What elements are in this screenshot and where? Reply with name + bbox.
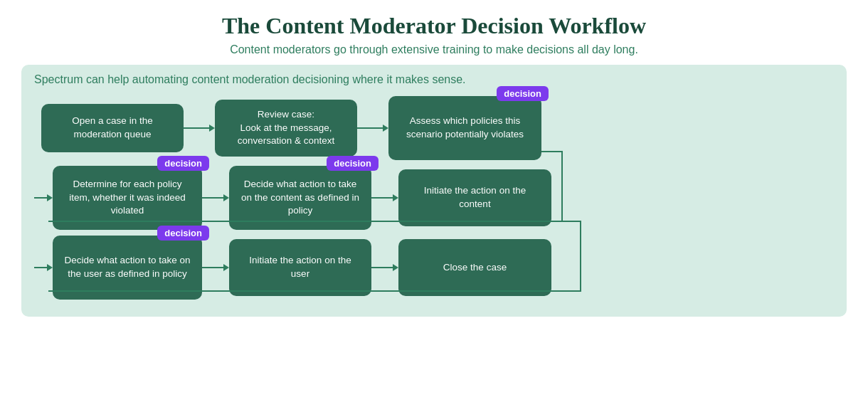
node-open-case: Open a case in the moderation queue xyxy=(41,104,184,152)
decision-badge-determine: decision xyxy=(157,156,209,171)
left-arrow-row3 xyxy=(34,264,53,271)
left-line-row2 xyxy=(34,197,47,199)
node-decide-user: Decide what action to take on the user a… xyxy=(53,236,202,300)
decision-badge-content: decision xyxy=(327,156,379,171)
arrow-2-3 xyxy=(357,125,388,132)
node-determine-policy: Determine for each policy item, whether … xyxy=(53,166,202,230)
left-arrowhead-row2 xyxy=(47,194,53,201)
page-title: The Content Moderator Decision Workflow xyxy=(21,13,847,39)
workflow-row-1: Open a case in the moderation queue Revi… xyxy=(34,96,834,160)
node-wrapper-initiate-user: Initiate the action on the user xyxy=(229,239,371,296)
workflow-row-2: decision Determine for each policy item,… xyxy=(34,166,834,230)
node-review-case: Review case:Look at the message,conversa… xyxy=(215,100,357,157)
spectrum-box: Spectrum can help automating content mod… xyxy=(21,65,847,317)
node-initiate-content: Initiate the action on the content xyxy=(398,169,551,226)
node-wrapper-initiate-content: Initiate the action on the content xyxy=(398,169,551,226)
node-wrapper-review-case: Review case:Look at the message,conversa… xyxy=(215,100,357,157)
node-wrapper-assess-policies: decision Assess which policies this scen… xyxy=(388,96,541,160)
node-wrapper-decide-user: decision Decide what action to take on t… xyxy=(53,236,202,300)
spectrum-label: Spectrum can help automating content mod… xyxy=(34,73,834,86)
node-assess-policies: Assess which policies this scenario pote… xyxy=(388,96,541,160)
left-line-row3 xyxy=(34,267,47,268)
node-decide-content: Decide what action to take on the conten… xyxy=(229,166,371,230)
arrow-1-2 xyxy=(184,125,215,132)
node-close-case: Close the case xyxy=(398,239,551,296)
arrow-5-6 xyxy=(371,194,398,201)
page-subtitle: Content moderators go through extensive … xyxy=(21,43,847,56)
decision-badge-user: decision xyxy=(157,226,209,241)
node-wrapper-determine-policy: decision Determine for each policy item,… xyxy=(53,166,202,230)
arrow-7-8 xyxy=(202,264,229,271)
left-arrow-row2 xyxy=(34,194,53,201)
arrow-4-5 xyxy=(202,194,229,201)
node-wrapper-decide-content: decision Decide what action to take on t… xyxy=(229,166,371,230)
workflow-row-3: decision Decide what action to take on t… xyxy=(34,236,834,300)
page: The Content Moderator Decision Workflow … xyxy=(0,0,868,417)
node-wrapper-open-case: Open a case in the moderation queue xyxy=(41,104,184,152)
node-wrapper-close-case: Close the case xyxy=(398,239,551,296)
left-arrowhead-row3 xyxy=(47,264,53,271)
arrow-8-9 xyxy=(371,264,398,271)
decision-badge-assess: decision xyxy=(497,86,549,101)
node-initiate-user: Initiate the action on the user xyxy=(229,239,371,296)
